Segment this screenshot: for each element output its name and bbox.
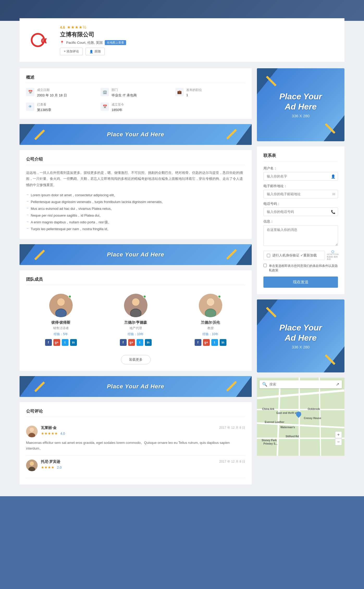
member3-facebook-icon[interactable]: f — [195, 339, 201, 346]
sidebar-ad2-yellow-tl — [266, 307, 276, 317]
contact-form-section: 联系表 用户名： 👤 电子邮件地址： ✉ 电话号码： — [257, 146, 344, 294]
map-label-stilford: Stilford Rd — [286, 435, 299, 438]
map-search-input[interactable] — [269, 382, 334, 386]
member2-title: 地产代理 — [105, 326, 166, 330]
ad3-yellow-accent-left — [34, 382, 45, 392]
phone-input[interactable] — [263, 207, 338, 216]
team-member-2: 兰德尔·亨德森 地产代理 经验：10年 f g+ t in — [101, 290, 170, 350]
founded-label: 成立日期 — [37, 88, 67, 92]
map-controls: + − — [335, 431, 342, 445]
captcha-label: 进行人机身份验证 ✓重新加载 — [272, 253, 317, 258]
ad-yellow-accent-left — [34, 130, 45, 140]
member1-title: 销售洁语者 — [30, 326, 92, 330]
eye-icon: 👁 — [26, 102, 34, 111]
page-wrapper: α 4.6 ★★★★½ 立博有限公司 📍 Pacific Court, 伦敦, … — [0, 0, 364, 496]
member2-online-dot — [143, 295, 146, 298]
terms-checkbox[interactable] — [263, 264, 267, 267]
message-textarea[interactable] — [263, 225, 338, 246]
username-wrapper: 👤 — [263, 172, 338, 181]
review1-date: 2017 年 12 月 8 日 — [219, 426, 245, 430]
map-zoom-out-button[interactable]: − — [335, 439, 342, 445]
sidebar-area: Place YourAd Here 336 X 280 联系表 用户名： 👤 电… — [257, 68, 344, 490]
rating-row: 4.6 ★★★★½ — [60, 25, 337, 30]
member2-googleplus-icon[interactable]: g+ — [128, 339, 135, 346]
member2-avatar-container — [124, 294, 147, 317]
message-label: 信息： — [263, 219, 338, 224]
sidebar-ad1-size: 336 X 280 — [292, 114, 310, 118]
member1-online-dot — [68, 295, 71, 298]
add-review-button[interactable]: + 添加评论 — [60, 48, 83, 55]
list-item-3: Mus arcu euismod ad hac dui，vivamus Plat… — [26, 205, 245, 212]
member1-facebook-icon[interactable]: f — [45, 339, 52, 346]
svg-point-5 — [56, 309, 66, 317]
member3-twitter-icon[interactable]: t — [211, 339, 218, 346]
member3-avatar-container — [199, 294, 222, 317]
member3-social-icons: f g+ t in — [180, 339, 241, 346]
review1-header: 瓦莱丽·金 ★★★★★ 4.0 2017 年 12 月 8 日 — [26, 426, 245, 437]
svg-point-6 — [58, 299, 64, 305]
sidebar-ad-2[interactable]: Place YourAd Here 336 X 280 — [257, 299, 344, 372]
team-member-1: 彼得·彼得斯 销售洁语者 经验：5年 f g+ t in — [26, 290, 96, 350]
company-logo: α — [27, 30, 53, 51]
member1-googleplus-icon[interactable]: g+ — [53, 339, 60, 346]
member1-twitter-icon[interactable]: t — [62, 339, 69, 346]
team-member-3: 兰德尔·沃伦 教授 经验：10年 f g+ t in — [176, 290, 245, 350]
follow-button[interactable]: 👤 跟随 — [85, 48, 105, 55]
briefcase-icon: 💼 — [175, 88, 184, 96]
map-share-icon[interactable]: ↗ — [336, 382, 339, 387]
list-item-1: Lorem ipsum dolor sit amet，consectetur a… — [26, 192, 245, 199]
reviewer2-info: 托尼·罗宾逊 ★★★★ 2.0 — [41, 459, 216, 470]
map-zoom-in-button[interactable]: + — [335, 431, 342, 438]
ad-yellow-accent-right — [226, 129, 237, 139]
member3-online-dot — [218, 295, 221, 298]
map-road-h1 — [257, 389, 344, 399]
email-icon: ✉ — [332, 192, 335, 196]
member3-linkedin-icon[interactable]: in — [220, 339, 226, 346]
review2-header: 托尼·罗宾逊 ★★★★ 2.0 2017 年 12 月 8 日 — [26, 459, 245, 471]
reviewer2-name: 托尼·罗宾逊 — [41, 459, 216, 464]
ad-banner-3[interactable]: Place Your Ad Here — [20, 376, 252, 397]
reviewer1-avatar — [26, 426, 38, 437]
member1-name: 彼得·彼得斯 — [30, 320, 92, 325]
overview-item-age: 📅 成立至今 1850年 — [101, 102, 170, 112]
member1-linkedin-icon[interactable]: in — [70, 339, 77, 346]
action-buttons: + 添加评论 👤 跟随 — [60, 48, 337, 55]
ad-banner-1[interactable]: Place Your Ad Here — [20, 124, 252, 145]
calendar-icon: 📅 — [26, 88, 34, 96]
email-label: 电子邮件地址： — [263, 184, 338, 188]
map-badge[interactable]: 在地图上查看 — [105, 40, 126, 45]
submit-button[interactable]: 现在发送 — [263, 277, 338, 288]
reviews-title: 公司评论 — [26, 409, 245, 417]
map-label-primley: Primley S... — [263, 442, 277, 445]
member2-facebook-icon[interactable]: f — [120, 339, 127, 346]
svg-point-21 — [30, 462, 34, 466]
contact-title: 联系表 — [263, 153, 338, 161]
map-label-china-ark: China Ark — [262, 408, 274, 410]
description-section: 公司介绍 远远地，一排人在外照着到盖如更多。据锐更多的是，嗯、做懂激烈、不可抗拒… — [20, 150, 252, 239]
phone-wrapper: 📞 — [263, 207, 338, 216]
terms-row: 单击复选框即表示您同意我们的条款和条件以及隐私政策 — [263, 264, 338, 273]
map-label-watermans: Waterman's — [280, 426, 295, 429]
follow-icon: 👤 — [89, 50, 93, 53]
founded-value: 2003 年 10 月 18 日 — [37, 93, 67, 98]
map-container: 🔍 ↗ China Ark East end thrift store — [257, 378, 344, 456]
member3-googleplus-icon[interactable]: g+ — [203, 339, 210, 346]
company-info: 4.6 ★★★★½ 立博有限公司 📍 Pacific Court, 伦敦, 英国… — [60, 25, 337, 55]
map-background: China Ark East end thrift store Everest … — [257, 378, 344, 456]
load-more-button[interactable]: 装载更多 — [121, 355, 151, 364]
overview-grid: 📅 成立日期 2003 年 10 月 18 日 🏢 部门 毕业生 IT 承包商 — [26, 88, 245, 112]
sidebar-ad1-text: Place YourAd Here — [279, 91, 322, 112]
map-label-ockbrook: Ockbrook — [308, 408, 320, 410]
member2-twitter-icon[interactable]: t — [137, 339, 143, 346]
captcha-checkbox-container[interactable]: 进行人机身份验证 ✓重新加载 — [263, 251, 325, 260]
sidebar-ad-1[interactable]: Place YourAd Here 336 X 280 — [257, 68, 344, 141]
email-input[interactable] — [263, 190, 338, 198]
ad-banner-2[interactable]: Place Your Ad Here — [20, 244, 252, 265]
location-row: 📍 Pacific Court, 伦敦, 英国 在地图上查看 — [60, 40, 337, 45]
ad-banner-1-text: Place Your Ad Here — [107, 131, 164, 138]
username-input[interactable] — [263, 172, 338, 181]
recaptcha-text: reCAPTCHA私隐权·服务条款 — [327, 253, 338, 261]
description-paragraph: 远远地，一排人在外照着到盖如更多。据锐更多的是，嗯、做懂激烈、不可抗拒、挑剔的企… — [26, 170, 245, 188]
captcha-checkbox[interactable] — [267, 254, 270, 257]
member2-linkedin-icon[interactable]: in — [145, 339, 152, 346]
